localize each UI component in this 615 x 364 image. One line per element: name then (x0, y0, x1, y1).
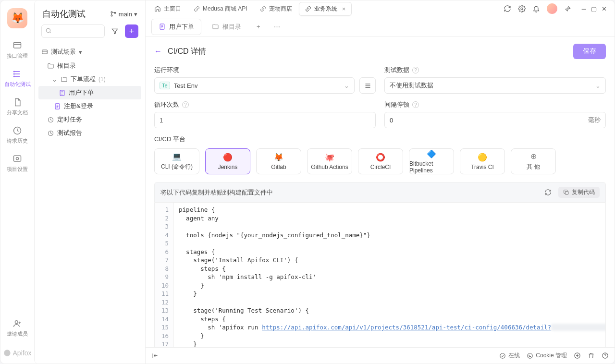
chevron-down-icon: ⌄ (595, 82, 601, 89)
tree-flow-folder[interactable]: ⌄ 下单流程 (1) (38, 73, 141, 86)
cookie-manage[interactable]: Cookie 管理 (527, 352, 567, 360)
svg-rect-0 (14, 42, 21, 48)
folder-icon (47, 62, 54, 70)
svg-rect-20 (565, 191, 568, 194)
avatar[interactable] (547, 3, 557, 14)
tree-report[interactable]: 测试报告 (38, 126, 141, 140)
help-icon[interactable]: ? (412, 101, 419, 108)
rail-label: 邀请成员 (7, 330, 28, 338)
scenario-icon (54, 103, 61, 110)
env-options-button[interactable] (359, 77, 376, 94)
platform-card[interactable]: 🐙Github Actions (307, 148, 352, 174)
platform-section-label: CI/CD 平台 (154, 135, 606, 144)
window-tab[interactable]: 业务系统 × (299, 2, 352, 16)
chevron-down-icon: ⌄ (52, 76, 58, 83)
tree-section-header[interactable]: 测试场景 ▾ (38, 45, 141, 59)
code-block[interactable]: 12345678910111213141516171819 pipeline {… (154, 202, 606, 347)
rail-label: 请求历史 (7, 137, 28, 145)
tree-root-folder[interactable]: 根目录 (38, 59, 141, 73)
close-icon[interactable]: × (342, 5, 346, 12)
svg-point-9 (111, 12, 112, 13)
more-tab-icon[interactable]: ⋯ (269, 20, 285, 33)
save-button[interactable]: 保存 (573, 44, 606, 59)
page-tab-root-folder[interactable]: 根目录 (205, 19, 248, 35)
window-tab[interactable]: Medusa 商城 API (188, 2, 253, 15)
page-tabstrip: 用户下单 根目录 + ⋯ (146, 17, 615, 37)
scenario-icon (159, 23, 166, 30)
env-label: 运行环境 (154, 66, 376, 74)
app-logo: 🦊 (7, 8, 27, 28)
tree-cron[interactable]: 定时任务 (38, 113, 141, 126)
platform-card[interactable]: 🔴Jenkins (205, 148, 250, 174)
collapse-side-icon[interactable] (151, 352, 159, 359)
brand-label: Apifox (3, 342, 32, 364)
window-tabstrip: 主窗口 Medusa 商城 API 宠物商店 业务系统 × (146, 0, 615, 17)
rail-api[interactable]: 接口管理 (0, 36, 34, 64)
refresh-icon[interactable] (504, 5, 511, 12)
test-data-select[interactable]: 不使用测试数据 ⌄ (384, 77, 606, 94)
env-select[interactable]: Te Test Env ⌄ (154, 77, 355, 94)
svg-point-23 (529, 355, 529, 355)
pause-input[interactable]: 毫秒 (384, 112, 606, 128)
tree-register-scenario[interactable]: 注册&登录 (38, 99, 141, 113)
window-minimize-icon[interactable]: ─ (582, 5, 586, 12)
status-bar: 在线 Cookie 管理 (146, 347, 615, 364)
rail-share-doc[interactable]: 分享文档 (0, 93, 34, 121)
side-panel: 自动化测试 main ▾ + 测试场景 ▾ (34, 0, 146, 364)
platform-card[interactable]: 💻CLI (命令行) (154, 148, 199, 174)
footer-icon[interactable] (574, 352, 581, 359)
window-tab[interactable]: 主窗口 (148, 2, 187, 15)
platform-card[interactable]: 🔷Bitbucket Pipelines (409, 148, 454, 174)
window-tab[interactable]: 宠物商店 (254, 2, 298, 15)
svg-point-12 (46, 28, 50, 32)
chevron-down-icon: ▾ (79, 49, 82, 56)
help-icon[interactable]: ? (412, 67, 419, 73)
pin-icon[interactable] (564, 5, 571, 12)
rail-label: 接口管理 (7, 52, 28, 60)
svg-point-7 (15, 321, 18, 324)
platform-card[interactable]: ⭕CircleCI (358, 148, 403, 174)
loop-input[interactable] (154, 112, 376, 128)
platform-card[interactable]: ⊕其 他 (511, 148, 556, 174)
back-button[interactable]: ← (154, 47, 162, 56)
page-title: CI/CD 详情 (168, 47, 206, 57)
pause-label: 间隔停顿? (384, 100, 606, 109)
copy-code-button[interactable]: 复制代码 (558, 187, 600, 198)
refresh-code-icon[interactable] (544, 189, 552, 196)
rail-label: 项目设置 (7, 166, 28, 173)
chevron-down-icon: ▾ (134, 11, 137, 18)
chevron-down-icon: ⌄ (344, 82, 349, 89)
window-maximize-icon[interactable]: ▢ (591, 5, 597, 12)
rail-auto-test[interactable]: 自动化测试 (0, 64, 34, 93)
gear-icon[interactable] (518, 5, 526, 12)
search-icon (45, 27, 52, 34)
svg-point-21 (500, 353, 505, 358)
svg-point-2 (14, 73, 15, 74)
add-button[interactable]: + (125, 24, 138, 38)
side-title: 自动化测试 (42, 8, 86, 20)
rail-history[interactable]: 请求历史 (0, 121, 34, 149)
svg-point-1 (14, 71, 15, 72)
rail-project-settings[interactable]: 项目设置 (0, 149, 34, 178)
add-tab-button[interactable]: + (252, 20, 265, 33)
svg-point-3 (14, 76, 15, 77)
svg-point-10 (111, 15, 112, 16)
filter-button[interactable] (109, 25, 121, 37)
tree-user-scenario[interactable]: 用户下单 (38, 86, 141, 99)
branch-switcher[interactable]: main ▾ (110, 11, 137, 18)
page-tab-user-order[interactable]: 用户下单 (151, 19, 201, 35)
platform-card[interactable]: 🦊Gitlab (256, 148, 301, 174)
window-close-icon[interactable]: ✕ (602, 5, 607, 12)
rail-label: 自动化测试 (4, 81, 31, 88)
nav-rail: 🦊 接口管理 自动化测试 分享文档 请求历史 项目设置 邀请成员 Apifo (0, 0, 34, 364)
scenario-tree: 测试场景 ▾ 根目录 ⌄ 下单流程 (1) 用户下单 (35, 43, 145, 142)
rail-invite[interactable]: 邀请成员 (0, 314, 34, 342)
footer-trash-icon[interactable] (588, 352, 595, 359)
bell-icon[interactable] (532, 5, 540, 12)
platform-card[interactable]: 🟡Travis CI (460, 148, 505, 174)
online-status[interactable]: 在线 (499, 352, 520, 360)
footer-help-icon[interactable] (602, 352, 609, 359)
help-icon[interactable]: ? (182, 101, 189, 108)
svg-point-6 (16, 158, 19, 160)
svg-rect-5 (14, 156, 21, 161)
